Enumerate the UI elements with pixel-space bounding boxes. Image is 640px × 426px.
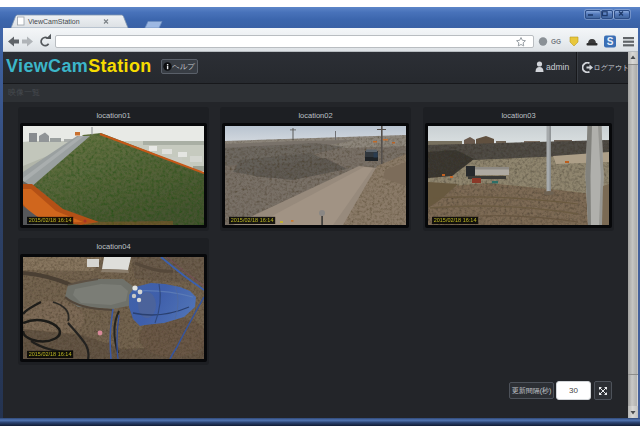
svg-text:S: S [607,36,614,47]
svg-text:GG: GG [551,38,561,45]
svg-text:ViewCamStation: ViewCamStation [28,18,80,25]
